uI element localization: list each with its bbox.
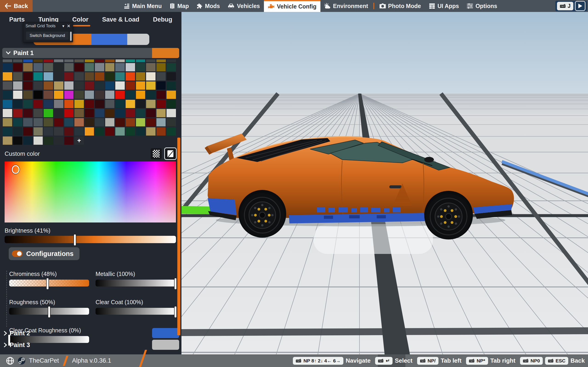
slider-track[interactable] — [95, 308, 175, 315]
palette-swatch[interactable] — [85, 100, 94, 108]
menu-item-mods[interactable]: Mods — [193, 0, 224, 12]
play-button[interactable] — [575, 1, 586, 11]
palette-swatch[interactable] — [74, 109, 84, 117]
slider-handle[interactable] — [174, 278, 177, 290]
palette-swatch[interactable] — [23, 72, 33, 81]
palette-swatch[interactable] — [23, 127, 33, 135]
palette-swatch[interactable] — [34, 109, 43, 117]
palette-swatch[interactable] — [44, 127, 53, 135]
palette-swatch[interactable] — [146, 118, 156, 126]
input-device-button[interactable]: J — [557, 2, 573, 10]
palette-swatch[interactable] — [3, 59, 12, 62]
picker-cursor[interactable] — [12, 165, 19, 174]
slider-track[interactable] — [95, 280, 175, 286]
palette-swatch[interactable] — [95, 127, 104, 135]
palette-swatch[interactable] — [156, 63, 166, 71]
slider-track[interactable] — [9, 308, 89, 315]
palette-swatch[interactable] — [167, 59, 176, 62]
palette-swatch[interactable] — [54, 109, 63, 117]
palette-swatch[interactable] — [44, 63, 53, 71]
palette-swatch[interactable] — [54, 91, 63, 99]
palette-swatch[interactable] — [13, 109, 23, 117]
slider-handle[interactable] — [174, 306, 177, 318]
palette-swatch[interactable] — [13, 91, 23, 99]
palette-swatch[interactable] — [95, 63, 104, 71]
palette-swatch[interactable] — [85, 127, 94, 135]
menu-item-options[interactable]: Options — [463, 0, 501, 12]
brightness-handle[interactable] — [73, 234, 76, 246]
palette-swatch[interactable] — [85, 72, 94, 81]
palette-swatch[interactable] — [44, 136, 53, 145]
palette-swatch[interactable] — [166, 109, 176, 117]
menu-item-map[interactable]: Map — [166, 0, 193, 12]
pattern-mode-button[interactable] — [151, 148, 162, 159]
palette-swatch[interactable] — [13, 118, 23, 126]
palette-swatch[interactable] — [3, 72, 12, 81]
palette-swatch[interactable] — [166, 118, 176, 126]
palette-swatch[interactable] — [146, 81, 156, 90]
palette-swatch[interactable] — [23, 100, 33, 108]
palette-swatch[interactable] — [34, 136, 43, 145]
paint2-header[interactable]: Paint 2 — [4, 328, 179, 339]
palette-swatch[interactable] — [13, 72, 23, 81]
palette-swatch[interactable] — [156, 81, 166, 90]
palette-swatch[interactable] — [105, 91, 115, 99]
palette-swatch[interactable] — [105, 81, 115, 90]
solid-color-mode-button[interactable] — [165, 148, 176, 159]
menu-item-photo-mode[interactable]: Photo Mode — [376, 0, 425, 12]
palette-swatch[interactable] — [156, 109, 166, 117]
palette-swatch[interactable] — [146, 91, 156, 99]
palette-swatch[interactable] — [54, 118, 63, 126]
palette-swatch[interactable] — [105, 127, 115, 135]
palette-swatch[interactable] — [136, 59, 145, 62]
palette-swatch[interactable] — [105, 72, 115, 81]
palette-swatch[interactable] — [44, 72, 53, 81]
palette-swatch[interactable] — [23, 81, 33, 90]
palette-swatch[interactable] — [44, 81, 53, 90]
palette-swatch[interactable] — [13, 63, 23, 71]
palette-swatch[interactable] — [64, 100, 74, 108]
palette-swatch[interactable] — [34, 118, 43, 126]
palette-swatch[interactable] — [95, 81, 104, 90]
palette-swatch[interactable] — [34, 63, 43, 71]
menu-item-vehicles[interactable]: Vehicles — [224, 0, 264, 12]
slider-handle[interactable] — [48, 306, 51, 318]
palette-swatch[interactable] — [146, 100, 156, 108]
palette-swatch[interactable] — [64, 109, 74, 117]
palette-swatch[interactable] — [115, 72, 125, 81]
palette-swatch[interactable] — [23, 59, 33, 62]
palette-swatch[interactable] — [74, 63, 84, 71]
palette-swatch[interactable] — [74, 72, 84, 81]
palette-swatch[interactable] — [156, 118, 166, 126]
palette-swatch[interactable] — [85, 59, 94, 62]
palette-swatch[interactable] — [44, 59, 53, 62]
palette-swatch[interactable] — [23, 63, 33, 71]
palette-swatch[interactable] — [54, 81, 63, 90]
palette-swatch[interactable] — [34, 100, 43, 108]
palette-swatch[interactable] — [74, 91, 84, 99]
configurations-button[interactable]: Configurations — [9, 247, 79, 260]
palette-swatch[interactable] — [95, 118, 104, 126]
palette-swatch[interactable] — [156, 100, 166, 108]
palette-swatch[interactable] — [23, 118, 33, 126]
palette-swatch[interactable] — [54, 59, 63, 62]
palette-swatch[interactable] — [23, 136, 33, 145]
palette-swatch[interactable] — [146, 72, 156, 81]
palette-swatch[interactable] — [166, 63, 176, 71]
palette-swatch[interactable] — [44, 91, 53, 99]
menu-item-environment[interactable]: Environment — [320, 0, 372, 12]
palette-swatch[interactable] — [54, 127, 63, 135]
palette-swatch[interactable] — [105, 109, 115, 117]
palette-swatch[interactable] — [115, 81, 125, 90]
palette-swatch[interactable] — [136, 100, 145, 108]
paint1-color-swatch[interactable] — [152, 48, 179, 58]
palette-swatch[interactable] — [115, 118, 125, 126]
palette-swatch[interactable] — [126, 109, 135, 117]
palette-swatch[interactable] — [85, 118, 94, 126]
palette-swatch[interactable] — [166, 91, 176, 99]
palette-swatch[interactable] — [166, 81, 176, 90]
palette-swatch[interactable] — [105, 63, 115, 71]
collapse-icon[interactable]: ▼ — [61, 24, 65, 28]
palette-swatch[interactable] — [95, 72, 104, 81]
palette-swatch[interactable] — [44, 118, 53, 126]
